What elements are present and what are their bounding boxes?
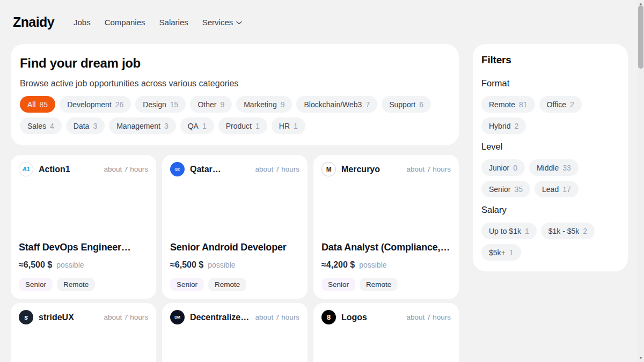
filter-pill-5k[interactable]: $5k+1 [481, 244, 521, 261]
pill-label: Blockchain/Web3 [304, 100, 362, 109]
pill-label: Remote [489, 100, 515, 109]
category-pill-support[interactable]: Support6 [382, 96, 431, 113]
pill-label: Other [197, 100, 216, 109]
filter-pill-middle[interactable]: Middle33 [529, 159, 579, 176]
company-name: Qatar… [190, 165, 250, 174]
pill-label: Management [116, 122, 160, 130]
category-pill-design[interactable]: Design15 [135, 96, 186, 113]
category-pill-development[interactable]: Development26 [60, 96, 131, 113]
nav-item-companies[interactable]: Companies [105, 18, 145, 27]
pill-label: Hybrid [489, 122, 510, 130]
company-logo-icon: A1 [19, 162, 33, 176]
pill-count: 17 [562, 185, 571, 194]
pill-count: 9 [281, 100, 285, 109]
salary-amount: ≈4,200 $ [321, 260, 355, 270]
salary-note: possible [208, 261, 235, 269]
salary-amount: ≈6,500 $ [19, 260, 52, 270]
pill-label: All [27, 100, 36, 109]
filter-pill-office[interactable]: Office2 [539, 96, 582, 113]
job-card-header: sstrideUXabout 7 hours [19, 310, 148, 324]
tag-remote: Remote [208, 278, 246, 291]
pill-label: Development [67, 100, 112, 109]
job-tags: SeniorRemote [170, 278, 299, 291]
category-pill-other[interactable]: Other9 [190, 96, 232, 113]
filter-section-label-salary: Salary [481, 205, 619, 215]
category-pill-hr[interactable]: HR1 [272, 117, 305, 134]
filter-section-label-format: Format [481, 78, 619, 88]
pill-count: 6 [419, 100, 423, 109]
filter-pill-hybrid[interactable]: Hybrid2 [481, 117, 526, 134]
posted-time: about 7 hours [255, 313, 299, 321]
filter-pill-lead[interactable]: Lead17 [535, 181, 579, 197]
pill-label: Product [226, 122, 252, 130]
category-pill-marketing[interactable]: Marketing9 [236, 96, 292, 113]
job-card[interactable]: 8Logosabout 7 hours [313, 303, 459, 362]
pill-count: 1 [509, 248, 514, 257]
company-name: Action1 [39, 165, 98, 174]
card-spacer [321, 324, 451, 362]
job-card[interactable]: A1Action1about 7 hoursStaff DevOps Engin… [11, 155, 156, 299]
job-card[interactable]: MMercuryoabout 7 hoursData Analyst (Comp… [313, 155, 459, 299]
category-pill-all[interactable]: All85 [20, 96, 55, 113]
pill-label: Middle [537, 164, 559, 172]
category-pill-data[interactable]: Data3 [66, 117, 105, 134]
company-logo-icon: s [19, 310, 33, 324]
company-name: Mercuryo [341, 165, 401, 174]
pill-count: 1 [525, 227, 529, 235]
header: Znaidy JobsCompaniesSalariesServices [0, 0, 644, 44]
job-list: A1Action1about 7 hoursStaff DevOps Engin… [11, 155, 459, 362]
job-card-header: A1Action1about 7 hours [19, 162, 148, 176]
pill-count: 2 [514, 122, 518, 130]
pill-label: $5k+ [489, 248, 506, 257]
pill-label: HR [279, 122, 290, 130]
pill-count: 26 [115, 100, 124, 109]
tag-remote: Remote [360, 278, 398, 291]
filter-section-label-level: Level [481, 142, 619, 152]
nav-item-salaries[interactable]: Salaries [159, 18, 188, 27]
filter-pill-remote[interactable]: Remote81 [481, 96, 535, 113]
pill-label: Sales [27, 122, 46, 130]
category-pill-product[interactable]: Product1 [218, 117, 267, 134]
brand-logo[interactable]: Znaidy [13, 14, 54, 30]
pill-count: 15 [170, 100, 179, 109]
scroll-down-arrow-icon[interactable]: ▼ [638, 356, 644, 361]
scrollbar[interactable]: ▲ ▼ [638, 0, 644, 362]
pill-label: Lead [542, 185, 559, 194]
filter-pill-senior[interactable]: Senior35 [481, 181, 530, 197]
nav-item-label: Jobs [74, 18, 91, 27]
pill-count: 2 [583, 227, 587, 235]
nav-item-label: Services [202, 18, 233, 27]
category-pill-management[interactable]: Management3 [109, 117, 176, 134]
job-card[interactable]: sstrideUXabout 7 hours [11, 303, 156, 362]
job-card[interactable]: DMDecentralize…about 7 hours [162, 303, 308, 362]
pill-label: Marketing [244, 100, 276, 109]
category-pill-blockchain-web3[interactable]: Blockchain/Web37 [296, 96, 377, 113]
filters-title: Filters [481, 54, 619, 66]
job-card-header: QICQatar…about 7 hours [170, 162, 299, 176]
pill-count: 0 [513, 164, 517, 172]
posted-time: about 7 hours [104, 313, 148, 321]
job-title: Senior Android Developer [170, 242, 299, 253]
filter-pill-1k-5k[interactable]: $1k - $5k2 [541, 223, 595, 239]
company-logo-icon: QIC [170, 162, 185, 176]
job-card[interactable]: QICQatar…about 7 hoursSenior Android Dev… [162, 155, 308, 299]
filter-pill-up-to-1k[interactable]: Up to $1k1 [481, 223, 537, 239]
category-pill-qa[interactable]: QA1 [180, 117, 214, 134]
company-name: Decentralize… [190, 313, 250, 322]
nav-item-jobs[interactable]: Jobs [74, 18, 91, 27]
pill-count: 1 [294, 122, 298, 130]
category-pill-sales[interactable]: Sales4 [20, 117, 62, 134]
nav-item-label: Companies [105, 18, 145, 27]
pill-label: Junior [489, 164, 509, 172]
chevron-down-icon [236, 21, 242, 25]
salary-note: possible [56, 261, 84, 269]
scrollbar-thumb[interactable] [638, 5, 643, 69]
nav-item-services[interactable]: Services [202, 18, 243, 27]
pill-count: 9 [220, 100, 224, 109]
filter-pill-junior[interactable]: Junior0 [481, 159, 525, 176]
pill-label: QA [188, 122, 199, 130]
main-content: Find your dream job Browse active job op… [0, 44, 644, 362]
job-card-header: 8Logosabout 7 hours [321, 310, 451, 324]
filter-sections: FormatRemote81Office2Hybrid2LevelJunior0… [481, 78, 619, 261]
company-name: strideUX [39, 313, 98, 322]
